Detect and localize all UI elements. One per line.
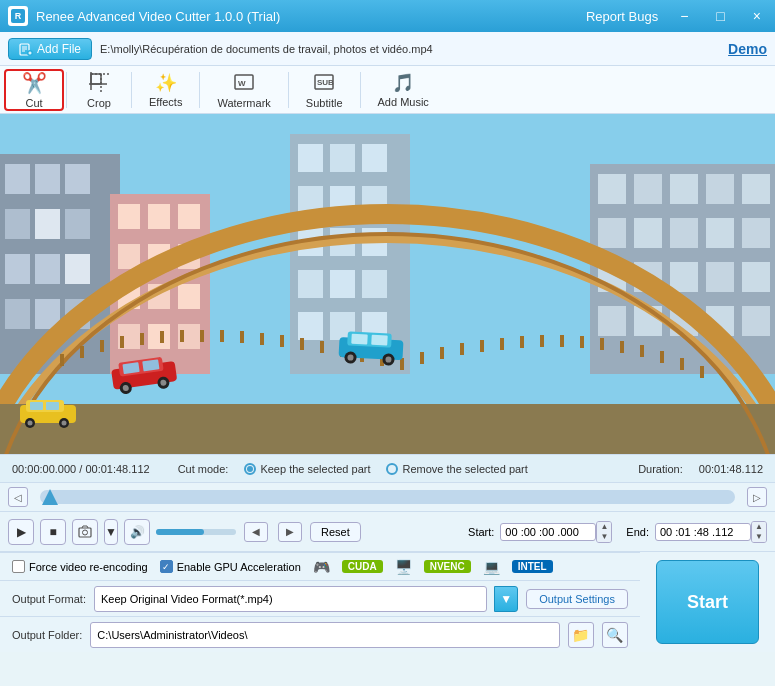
svg-rect-66 (742, 174, 770, 204)
svg-rect-57 (362, 270, 387, 298)
subtitle-label: Subtitle (306, 97, 343, 109)
svg-rect-129 (351, 334, 368, 345)
svg-rect-107 (480, 340, 484, 352)
add-file-button[interactable]: Add File (8, 38, 92, 60)
play-button[interactable]: ▶ (8, 519, 34, 545)
svg-rect-75 (706, 262, 734, 292)
next-frame-button[interactable]: ▶ (278, 522, 302, 542)
start-time-input[interactable] (500, 523, 596, 541)
timeline-left-arrow[interactable]: ◁ (8, 487, 28, 507)
svg-point-142 (62, 421, 67, 426)
svg-rect-74 (670, 262, 698, 292)
gpu-acceleration-checkbox[interactable]: ✓ Enable GPU Acceleration (160, 560, 301, 573)
svg-rect-67 (598, 218, 626, 248)
maximize-button[interactable]: □ (710, 6, 730, 26)
start-time-spin: ▲ ▼ (596, 521, 612, 543)
minimize-button[interactable]: − (674, 6, 694, 26)
svg-rect-55 (298, 270, 323, 298)
svg-rect-88 (100, 340, 104, 352)
start-button[interactable]: Start (656, 560, 759, 644)
svg-rect-58 (298, 312, 323, 340)
svg-rect-34 (148, 204, 170, 229)
gpu-label: Enable GPU Acceleration (177, 561, 301, 573)
timeline-right-arrow[interactable]: ▷ (747, 487, 767, 507)
start-time-down[interactable]: ▼ (597, 532, 611, 542)
effects-tool-button[interactable]: ✨ Effects (134, 69, 197, 111)
cut-mode-label: Cut mode: (178, 463, 229, 475)
bottom-row: Force video re-encoding ✓ Enable GPU Acc… (0, 551, 775, 652)
svg-rect-76 (742, 262, 770, 292)
svg-rect-99 (320, 341, 324, 353)
reset-button[interactable]: Reset (310, 522, 361, 542)
svg-rect-36 (118, 244, 140, 269)
subtitle-tool-button[interactable]: SUB Subtitle (291, 69, 358, 111)
volume-button[interactable]: 🔊 (124, 519, 150, 545)
volume-slider[interactable] (156, 529, 236, 535)
start-time-up[interactable]: ▲ (597, 522, 611, 532)
prev-frame-button[interactable]: ◀ (244, 522, 268, 542)
svg-rect-116 (660, 351, 664, 363)
keep-radio-dot (244, 463, 256, 475)
end-time-down[interactable]: ▼ (752, 532, 766, 542)
stop-button[interactable]: ■ (40, 519, 66, 545)
output-settings-button[interactable]: Output Settings (526, 589, 628, 609)
crop-tool-button[interactable]: Crop (69, 69, 129, 111)
app-title: Renee Advanced Video Cutter 1.0.0 (Trial… (36, 9, 586, 24)
svg-rect-103 (400, 358, 404, 370)
camera-icon (78, 525, 92, 539)
dropdown-arrow[interactable]: ▼ (104, 519, 118, 545)
add-file-label: Add File (37, 42, 81, 56)
status-bar: 00:00:00.000 / 00:01:48.112 Cut mode: Ke… (0, 454, 775, 482)
folder-search-button[interactable]: 🔍 (602, 622, 628, 648)
format-select[interactable]: Keep Original Video Format(*.mp4) (94, 586, 487, 612)
titlebar-right: Report Bugs − □ × (586, 6, 767, 26)
keep-selected-radio[interactable]: Keep the selected part (244, 463, 370, 475)
demo-button[interactable]: Demo (728, 41, 767, 57)
end-time-input[interactable] (655, 523, 751, 541)
force-encoding-checkbox[interactable]: Force video re-encoding (12, 560, 148, 573)
svg-rect-86 (60, 354, 64, 366)
format-dropdown-button[interactable]: ▼ (494, 586, 518, 612)
svg-rect-95 (240, 331, 244, 343)
folder-browse-button[interactable]: 📁 (568, 622, 594, 648)
intel-icon: 💻 (483, 559, 500, 575)
svg-rect-104 (420, 352, 424, 364)
add-music-tool-button[interactable]: 🎵 Add Music (363, 69, 444, 111)
svg-text:W: W (238, 79, 246, 88)
svg-rect-98 (300, 338, 304, 350)
snapshot-button[interactable] (72, 519, 98, 545)
svg-rect-28 (65, 254, 90, 284)
remove-selected-radio[interactable]: Remove the selected part (386, 463, 527, 475)
force-encoding-box (12, 560, 25, 573)
svg-text:R: R (15, 11, 22, 21)
timeline-progress-bar[interactable] (40, 490, 735, 504)
svg-rect-63 (634, 174, 662, 204)
subtitle-icon: SUB (313, 71, 335, 95)
total-time-value: 00:01:48.112 (85, 463, 149, 475)
svg-rect-113 (600, 338, 604, 350)
svg-rect-138 (46, 402, 59, 410)
svg-rect-111 (560, 335, 564, 347)
svg-rect-81 (742, 306, 770, 336)
toolbar-separator-4 (288, 72, 289, 108)
svg-rect-71 (742, 218, 770, 248)
svg-point-140 (28, 421, 33, 426)
svg-rect-33 (118, 204, 140, 229)
end-time-up[interactable]: ▲ (752, 522, 766, 532)
svg-rect-69 (670, 218, 698, 248)
file-path: E:\molly\Récupération de documents de tr… (100, 43, 720, 55)
report-bugs-link[interactable]: Report Bugs (586, 9, 658, 24)
cut-tool-button[interactable]: ✂️ Cut (4, 69, 64, 111)
svg-rect-93 (200, 330, 204, 342)
remove-radio-dot (386, 463, 398, 475)
close-button[interactable]: × (747, 6, 767, 26)
watermark-tool-button[interactable]: W Watermark (202, 69, 285, 111)
cut-label: Cut (25, 97, 42, 109)
controls-bar: ▶ ■ ▼ 🔊 ◀ ▶ Reset Start: ▲ ▼ End: ▲ ▼ (0, 511, 775, 551)
add-music-label: Add Music (378, 96, 429, 108)
svg-rect-105 (440, 347, 444, 359)
svg-rect-91 (160, 331, 164, 343)
start-time-group: ▲ ▼ (500, 521, 612, 543)
folder-path-input[interactable] (90, 622, 560, 648)
folder-bar: Output Folder: 📁 🔍 (0, 616, 640, 652)
